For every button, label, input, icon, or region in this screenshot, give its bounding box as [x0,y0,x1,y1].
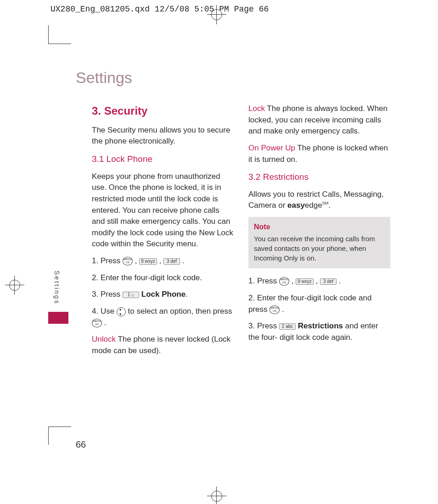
separator: , [316,277,320,285]
step-3: 3. Press 2 abc Restrictions and enter th… [248,321,390,343]
step-text: to select an option, then press [128,307,232,316]
step-4: 4. Use to select an option, then press M… [92,306,234,328]
separator: , [135,256,139,265]
step-bold: Lock Phone [141,290,185,299]
text: . [328,201,331,210]
manual-page: UX280_Eng_081205.qxd 12/5/08 5:05 PM Pag… [0,0,438,504]
step-1: 1. Press MENU OK , 9 wxyz , 3 def . [92,255,234,267]
note-body: You can receive the incoming calls from … [254,234,385,263]
option-label: Unlock [92,335,116,343]
registration-mark-icon [211,9,222,20]
page-number: 66 [76,439,86,450]
step-2: 2. Enter the four-digit lock code. [92,272,234,284]
key-1-icon: 1 ⌂ [123,292,139,298]
step-text: 1. Press [248,277,279,285]
key-3-icon: 3 def [320,278,337,285]
step-bold: Restrictions [298,321,343,330]
menu-ok-key-icon: MENU OK [123,257,133,266]
step-text: 3. Press [248,321,279,330]
step-1: 1. Press MENU OK , 9 wxyz , 3 def . [248,276,390,287]
separator: , [159,256,163,265]
crop-mark [48,426,71,427]
registration-mark-icon [9,280,20,291]
body-content: 3. Security The Security menu allows you… [92,103,390,357]
crop-mark [48,25,49,44]
step-text: 2. Enter the four-digit lock code and pr… [248,294,371,314]
subsection-body: Keeps your phone from unauthorized use. … [92,171,234,250]
option-on-power-up: On Power Up The phone is locked when it … [248,143,390,165]
subsection-body: Allows you to restrict Calls, Messaging,… [248,189,390,211]
step-text: 3. Press [92,290,123,299]
step-text: 1. Press [92,256,123,265]
separator: , [292,277,296,285]
key-3-icon: 3 def [163,258,180,265]
nav-key-icon [117,307,126,316]
service-mark: SM [322,201,329,206]
menu-ok-key-icon: MENU OK [270,305,280,314]
key-2-icon: 2 abc [279,323,296,330]
separator: . [104,318,107,327]
side-tab-label: Settings [53,271,61,305]
option-body: The phone is always locked. When locked,… [248,104,387,135]
text-bold: easy [287,201,305,210]
registration-mark-icon [211,491,222,502]
note-box: Note You can receive the incoming calls … [248,217,390,268]
separator: . [182,256,185,265]
option-label: On Power Up [248,144,295,152]
crop-mark [48,44,71,44]
side-tab-accent [48,312,68,324]
print-job-header: UX280_Eng_081205.qxd 12/5/08 5:05 PM Pag… [51,5,269,14]
step-3: 3. Press 1 ⌂ Lock Phone. [92,289,234,300]
option-unlock: Unlock The phone is never locked (Lock m… [92,334,234,356]
subsection-heading-restrictions: 3.2 Restrictions [248,171,390,183]
key-9-icon: 9 wxyz [139,258,157,265]
menu-ok-key-icon: MENU OK [279,277,289,286]
note-title: Note [254,222,385,232]
step-text: 4. Use [92,307,117,316]
menu-ok-key-icon: MENU OK [92,319,102,327]
crop-mark [48,426,49,445]
key-9-icon: 9 wxyz [296,278,314,285]
separator: . [339,277,341,285]
chapter-title: Settings [76,69,132,87]
option-lock: Lock The phone is always locked. When lo… [248,103,390,137]
text: edge [305,201,322,210]
option-label: Lock [248,104,265,113]
section-intro: The Security menu allows you to secure t… [92,125,234,147]
section-heading-security: 3. Security [92,103,234,119]
separator: . [282,305,284,314]
step-2: 2. Enter the four-digit lock code and pr… [248,293,390,315]
subsection-heading-lock-phone: 3.1 Lock Phone [92,153,234,166]
